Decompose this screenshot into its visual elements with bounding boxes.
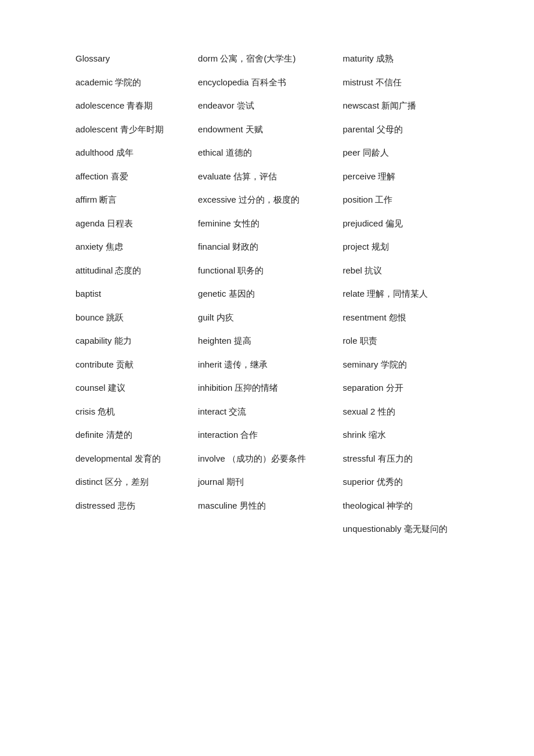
word-en: functional [198, 265, 235, 275]
word-zh: 有压力的 [378, 453, 413, 463]
word-en: distressed [75, 501, 115, 510]
word-zh: 职务的 [237, 265, 264, 275]
word-entry: resentment 怨恨 [343, 311, 488, 325]
word-en: peer [343, 147, 360, 157]
word-zh: 道德的 [226, 147, 252, 157]
word-en: maturity [343, 53, 374, 63]
word-en: capability [75, 336, 112, 345]
word-en: position [343, 195, 373, 204]
word-en: adolescent [75, 124, 118, 134]
word-zh: 女性的 [233, 218, 259, 228]
word-zh: 规划 [371, 242, 389, 251]
column-3: maturity 成熟mistrust 不信任newscast 新闻广播pare… [343, 52, 488, 546]
word-zh: 日程表 [107, 218, 133, 228]
word-en: affirm [75, 195, 97, 204]
word-entry: inherit 遗传，继承 [198, 358, 342, 372]
word-entry: shrink 缩水 [343, 429, 488, 442]
word-zh: 态度的 [115, 265, 141, 275]
word-entry: baptist [75, 287, 198, 301]
word-en: parental [343, 124, 374, 134]
word-entry: affirm 断言 [75, 193, 198, 207]
word-zh: 建议 [108, 383, 125, 393]
word-zh: 清楚的 [106, 430, 132, 440]
word-zh: （成功的）必要条件 [228, 453, 306, 463]
word-en: inhibition [198, 383, 232, 393]
word-en: project [343, 242, 369, 251]
word-zh: 新闻广播 [381, 100, 416, 110]
word-entry: relate 理解，同情某人 [343, 287, 488, 301]
word-entry: endowment 天赋 [198, 123, 342, 136]
word-en: anxiety [75, 242, 103, 251]
word-zh: 焦虑 [106, 242, 123, 251]
word-en: stressful [343, 453, 376, 463]
word-entry: stressful 有压力的 [343, 452, 488, 466]
word-zh: 合作 [240, 430, 258, 440]
word-entry: endeavor 尝试 [198, 99, 342, 113]
word-zh: 财政的 [232, 242, 258, 251]
word-entry: evaluate 估算，评估 [198, 170, 342, 183]
word-entry: attitudinal 态度的 [75, 264, 198, 278]
word-zh: 不信任 [376, 77, 402, 87]
word-entry: encyclopedia 百科全书 [198, 76, 342, 89]
word-zh: 偏见 [385, 218, 403, 228]
word-zh: 成年 [116, 147, 134, 157]
word-entry: definite 清楚的 [75, 429, 198, 442]
word-entry: agenda 日程表 [75, 217, 198, 231]
word-en: guilt [198, 312, 214, 322]
word-en: perceive [343, 171, 376, 181]
word-en: mistrust [343, 77, 374, 87]
word-entry: mistrust 不信任 [343, 76, 488, 89]
word-entry: distinct 区分，差别 [75, 476, 198, 489]
word-en: baptist [75, 289, 101, 298]
word-en: academic [75, 77, 113, 87]
word-zh: 提高 [234, 336, 251, 345]
word-zh: 基因的 [229, 289, 255, 298]
word-en: shrink [343, 430, 366, 440]
word-en: interaction [198, 430, 238, 440]
word-en: journal [198, 477, 224, 487]
word-en: masculine [198, 501, 237, 510]
word-entry: crisis 危机 [75, 405, 198, 419]
word-zh: 过分的，极度的 [239, 195, 300, 204]
word-entry: affection 喜爱 [75, 170, 198, 183]
word-en: developmental [75, 453, 132, 463]
word-entry: genetic 基因的 [198, 287, 342, 301]
word-en: heighten [198, 336, 232, 345]
word-entry: developmental 发育的 [75, 452, 198, 466]
word-entry: bounce 跳跃 [75, 311, 198, 325]
word-entry: counsel 建议 [75, 381, 198, 395]
word-zh: 男性的 [240, 501, 266, 510]
word-entry: adolescent 青少年时期 [75, 123, 198, 136]
word-entry: sexual 2 性的 [343, 405, 488, 419]
word-zh: 估算，评估 [233, 171, 277, 181]
word-entry: heighten 提高 [198, 334, 342, 348]
word-zh: 贡献 [116, 359, 134, 369]
word-entry: anxiety 焦虑 [75, 240, 198, 254]
word-entry: seminary 学院的 [343, 358, 488, 372]
word-zh: 天赋 [246, 124, 263, 134]
word-en: separation [343, 383, 384, 393]
word-entry: masculine 男性的 [198, 499, 342, 513]
word-en: involve [198, 453, 225, 463]
word-entry: interaction 合作 [198, 429, 342, 442]
word-zh: 工作 [375, 195, 392, 204]
column-1: Glossaryacademic 学院的adolescence 青春期adole… [75, 52, 198, 546]
word-en: resentment [343, 312, 387, 322]
word-zh: 跳跃 [106, 312, 124, 322]
word-entry: journal 期刊 [198, 476, 342, 489]
word-entry: role 职责 [343, 334, 488, 348]
word-zh: 同龄人 [363, 147, 389, 157]
word-entry: theological 神学的 [343, 499, 488, 513]
word-en: inherit [198, 359, 222, 369]
word-entry: maturity 成熟 [343, 52, 488, 66]
word-zh: 理解，同情某人 [367, 289, 428, 298]
word-entry: academic 学院的 [75, 76, 198, 89]
word-entry: Glossary [75, 52, 198, 66]
word-zh: 百科全书 [251, 77, 286, 87]
word-en: relate [343, 289, 365, 298]
word-entry: unquestionably 毫无疑问的 [343, 523, 488, 536]
word-zh: 青少年时期 [120, 124, 164, 134]
word-en: prejudiced [343, 218, 383, 228]
word-zh: 成熟 [376, 53, 394, 63]
word-zh: 遗传，继承 [224, 359, 268, 369]
